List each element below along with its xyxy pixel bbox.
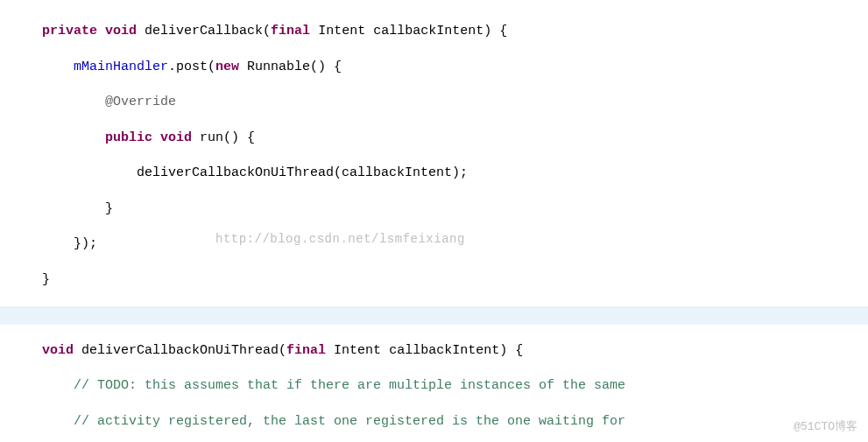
code-line: // activity registered, the last one reg…: [42, 413, 868, 431]
comment: // TODO: this assumes that if there are …: [74, 378, 625, 393]
keyword-void: void: [105, 24, 137, 39]
keyword-final: final: [286, 343, 326, 358]
keyword-private: private: [42, 24, 97, 39]
code-line: // TODO: this assumes that if there are …: [42, 377, 868, 395]
code-line: mMainHandler.post(new Runnable() {: [42, 59, 868, 76]
code-line: @Override: [42, 94, 868, 111]
brace: }: [105, 201, 113, 216]
keyword-public: public: [105, 130, 152, 145]
keyword-void: void: [160, 130, 192, 145]
code-line: private void deliverCallback(final Inten…: [42, 23, 868, 40]
code-line: }: [42, 200, 868, 218]
annotation: @Override: [105, 95, 176, 109]
highlighted-separator: [0, 306, 868, 324]
comment: // activity registered, the last one reg…: [74, 414, 625, 429]
brace: }: [42, 272, 50, 287]
param: callbackIntent) {: [389, 343, 523, 358]
keyword-final: final: [271, 24, 310, 39]
type-intent: Intent: [334, 343, 381, 358]
paren: () {: [310, 60, 342, 74]
type-runnable: Runnable: [247, 60, 310, 74]
method-run: run() {: [200, 130, 255, 145]
call: .post(: [168, 60, 215, 74]
code-line: void deliverCallbackOnUiThread(final Int…: [42, 342, 868, 360]
field: mMainHandler: [74, 60, 168, 74]
type-intent: Intent: [318, 24, 365, 39]
code-line: deliverCallbackOnUiThread(callbackIntent…: [42, 165, 868, 182]
stmt: deliverCallbackOnUiThread(callbackIntent…: [137, 165, 468, 180]
code-line: }: [42, 271, 868, 289]
code-block: private void deliverCallback(final Inten…: [0, 0, 868, 306]
brace: });: [74, 236, 97, 251]
method-name: deliverCallbackOnUiThread(: [81, 343, 286, 358]
keyword-void: void: [42, 343, 74, 358]
blank-line: [42, 306, 868, 324]
method-name: deliverCallback(: [145, 24, 271, 39]
keyword-new: new: [215, 60, 239, 74]
code-line: });: [42, 235, 868, 253]
code-line: public void run() {: [42, 130, 868, 147]
param: callbackIntent) {: [373, 24, 507, 39]
code-block: void deliverCallbackOnUiThread(final Int…: [0, 325, 868, 443]
